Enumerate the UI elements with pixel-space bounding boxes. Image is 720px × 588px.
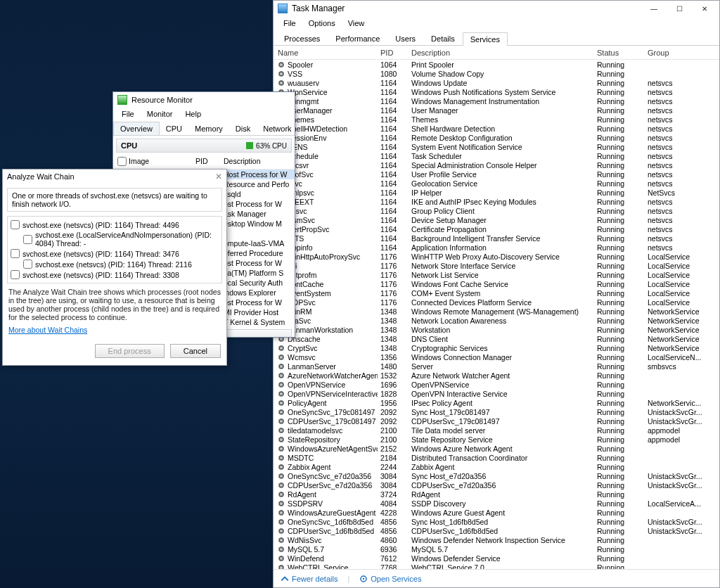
- service-row[interactable]: PolicyAgent1956IPsec Policy AgentRunning…: [274, 398, 719, 407]
- col-status[interactable]: Status: [597, 49, 645, 57]
- service-row[interactable]: Zabbix Agent2244Zabbix AgentRunning: [274, 462, 719, 471]
- service-row[interactable]: Winmgmt1164Windows Management Instrument…: [274, 96, 719, 106]
- minimize-button[interactable]: —: [642, 2, 666, 15]
- col-name[interactable]: Name: [278, 49, 378, 57]
- tab-overview[interactable]: Overview: [113, 122, 160, 135]
- resmon-checkall[interactable]: [117, 157, 127, 166]
- tree-node[interactable]: svchost.exe (netsvcs) (PID: 1164) Thread…: [11, 259, 219, 269]
- service-row[interactable]: Dnscache1348DNS ClientRunningNetworkServ…: [274, 334, 719, 343]
- service-row[interactable]: WpnService1164Windows Push Notifications…: [274, 87, 719, 96]
- service-row[interactable]: NlaSvc1348Network Location AwarenessRunn…: [274, 316, 719, 325]
- tree-node[interactable]: svchost.exe (netsvcs) (PID: 1164) Thread…: [11, 219, 219, 230]
- service-row[interactable]: Schedule1164Task SchedulerRunningnetsvcs: [274, 151, 719, 160]
- menu-view[interactable]: View: [342, 18, 371, 29]
- service-row[interactable]: UserManager1164User ManagerRunningnetsvc…: [274, 106, 719, 115]
- resmon-titlebar[interactable]: Resource Monitor: [113, 92, 295, 108]
- service-row[interactable]: WebCTRL Service7768WebCTRL Service 7.0Ru…: [274, 563, 719, 569]
- services-list[interactable]: Spooler1064Print SpoolerRunningVSS1080Vo…: [274, 60, 719, 569]
- resmon-menu-monitor[interactable]: Monitor: [141, 108, 179, 120]
- cpu-section-header[interactable]: CPU 63% CPU: [116, 139, 292, 153]
- tree-checkbox[interactable]: [11, 270, 20, 279]
- service-row[interactable]: OneSyncSvc_e7d20a3563084Sync Host_e7d20a…: [274, 471, 719, 480]
- tab-services[interactable]: Services: [463, 32, 508, 46]
- tree-checkbox[interactable]: [11, 249, 20, 258]
- service-row[interactable]: Themes1164ThemesRunningnetsvcs: [274, 115, 719, 124]
- awc-close-icon[interactable]: ✕: [215, 172, 222, 181]
- service-row[interactable]: CertPropSvc1164Certificate PropagationRu…: [274, 224, 719, 234]
- service-row[interactable]: WdNisSvc4860Windows Defender Network Ins…: [274, 535, 719, 544]
- resmon-menu-file[interactable]: File: [116, 108, 140, 120]
- tab-details[interactable]: Details: [423, 32, 463, 45]
- tab-memory[interactable]: Memory: [188, 122, 229, 135]
- col-pid[interactable]: PID: [380, 49, 409, 57]
- service-row[interactable]: CDPUserSvc_e7d20a3563084CDPUserSvc_e7d20…: [274, 480, 719, 490]
- resmon-col-pid[interactable]: PID: [195, 157, 224, 167]
- service-row[interactable]: OneSyncSvc_1d6fb8d5ed4856Sync Host_1d6fb…: [274, 517, 719, 526]
- tab-disk[interactable]: Disk: [229, 122, 257, 135]
- menu-file[interactable]: File: [278, 18, 302, 29]
- tab-processes[interactable]: Processes: [276, 32, 328, 45]
- cancel-button[interactable]: Cancel: [170, 344, 221, 358]
- maximize-button[interactable]: ☐: [667, 2, 691, 15]
- resmon-menu-help[interactable]: Help: [179, 108, 207, 120]
- service-row[interactable]: ShellHWDetection1164Shell Hardware Detec…: [274, 124, 719, 133]
- fewer-details-link[interactable]: Fewer details: [281, 575, 338, 583]
- service-row[interactable]: SSDPSRV4084SSDP DiscoveryRunningLocalSer…: [274, 499, 719, 508]
- service-row[interactable]: OpenVPNService1696OpenVPNServiceRunning: [274, 380, 719, 389]
- service-row[interactable]: CDPSvc1176Connected Devices Platform Ser…: [274, 298, 719, 307]
- close-button[interactable]: ✕: [693, 2, 716, 15]
- service-row[interactable]: sacsvr1164Special Administration Console…: [274, 160, 719, 170]
- tab-cpu[interactable]: CPU: [160, 122, 188, 135]
- tab-network[interactable]: Network: [257, 122, 295, 135]
- service-row[interactable]: wuauserv1164Windows UpdateRunningnetsvcs: [274, 78, 719, 87]
- service-row[interactable]: MSDTC2184Distributed Transaction Coordin…: [274, 453, 719, 462]
- service-row[interactable]: Spooler1064Print SpoolerRunning: [274, 60, 719, 69]
- open-services-link[interactable]: Open Services: [359, 575, 421, 583]
- service-row[interactable]: BITS1164Background Intelligent Transfer …: [274, 234, 719, 243]
- service-row[interactable]: CDPUserSvc_1d6fb8d5ed4856CDPUserSvc_1d6f…: [274, 526, 719, 535]
- service-row[interactable]: EventSystem1176COM+ Event SystemRunningL…: [274, 288, 719, 298]
- tree-checkbox[interactable]: [11, 220, 20, 229]
- service-row[interactable]: VSS1080Volume Shadow CopyRunning: [274, 69, 719, 78]
- service-row[interactable]: WinRM1348Windows Remote Management (WS-M…: [274, 307, 719, 316]
- service-row[interactable]: lfsvc1164Geolocation ServiceRunningnetsv…: [274, 179, 719, 188]
- resmon-col-image[interactable]: Image: [129, 157, 195, 167]
- service-row[interactable]: WinHttpAutoProxySvc1176WinHTTP Web Proxy…: [274, 252, 719, 261]
- end-process-button[interactable]: End process: [95, 344, 165, 358]
- service-row[interactable]: WindowsAzureNetAgentSvc2152Windows Azure…: [274, 444, 719, 453]
- service-row[interactable]: OneSyncSvc_179c0814972092Sync Host_179c0…: [274, 407, 719, 416]
- awc-link[interactable]: More about Wait Chains: [3, 326, 93, 340]
- tree-node[interactable]: svchost.exe (LocalServiceAndNoImpersonat…: [11, 230, 219, 248]
- service-row[interactable]: MySQL 5.76936MySQL 5.7Running: [274, 544, 719, 554]
- service-row[interactable]: OpenVPNServiceInteractive1828OpenVPN Int…: [274, 389, 719, 398]
- service-row[interactable]: StateRepository2100State Repository Serv…: [274, 435, 719, 444]
- service-row[interactable]: CryptSvc1348Cryptographic ServicesRunnin…: [274, 343, 719, 352]
- service-row[interactable]: SessionEnv1164Remote Desktop Configurati…: [274, 133, 719, 142]
- service-row[interactable]: FontCache1176Windows Font Cache ServiceR…: [274, 279, 719, 288]
- service-row[interactable]: netprofm1176Network List ServiceRunningL…: [274, 270, 719, 279]
- service-row[interactable]: tiledatamodelsvc2100Tile Data model serv…: [274, 426, 719, 435]
- service-row[interactable]: LanmanServer1480ServerRunningsmbsvcs: [274, 362, 719, 371]
- service-row[interactable]: RdAgent3724RdAgentRunning: [274, 490, 719, 499]
- tree-node[interactable]: svchost.exe (netsvcs) (PID: 1164) Thread…: [11, 269, 219, 280]
- service-row[interactable]: Wcmsvc1356Windows Connection ManagerRunn…: [274, 352, 719, 362]
- tree-node[interactable]: svchost.exe (netsvcs) (PID: 1164) Thread…: [11, 248, 219, 259]
- tab-users[interactable]: Users: [387, 32, 423, 45]
- menu-options[interactable]: Options: [303, 18, 341, 29]
- service-row[interactable]: iphlpsvc1164IP HelperRunningNetSvcs: [274, 188, 719, 197]
- tree-checkbox[interactable]: [23, 260, 32, 269]
- service-row[interactable]: SENS1164System Event Notification Servic…: [274, 142, 719, 151]
- service-row[interactable]: IKEEXT1164IKE and AuthIP IPsec Keying Mo…: [274, 197, 719, 206]
- task-manager-titlebar[interactable]: Task Manager — ☐ ✕: [274, 1, 719, 16]
- service-row[interactable]: nsi1176Network Store Interface ServiceRu…: [274, 261, 719, 270]
- service-row[interactable]: DsmSvc1164Device Setup ManagerRunningnet…: [274, 215, 719, 224]
- resmon-col-desc[interactable]: Description: [224, 157, 290, 167]
- service-row[interactable]: WinDefend7612Windows Defender ServiceRun…: [274, 554, 719, 563]
- service-row[interactable]: CDPUserSvc_179c0814972092CDPUserSvc_179c…: [274, 416, 719, 426]
- col-description[interactable]: Description: [411, 49, 594, 57]
- service-row[interactable]: AzureNetworkWatcherAgent1532Azure Networ…: [274, 371, 719, 380]
- awc-titlebar[interactable]: Analyze Wait Chain ✕: [3, 170, 226, 184]
- tree-checkbox[interactable]: [23, 235, 32, 244]
- service-row[interactable]: ProfSvc1164User Profile ServiceRunningne…: [274, 170, 719, 179]
- tab-performance[interactable]: Performance: [328, 32, 387, 45]
